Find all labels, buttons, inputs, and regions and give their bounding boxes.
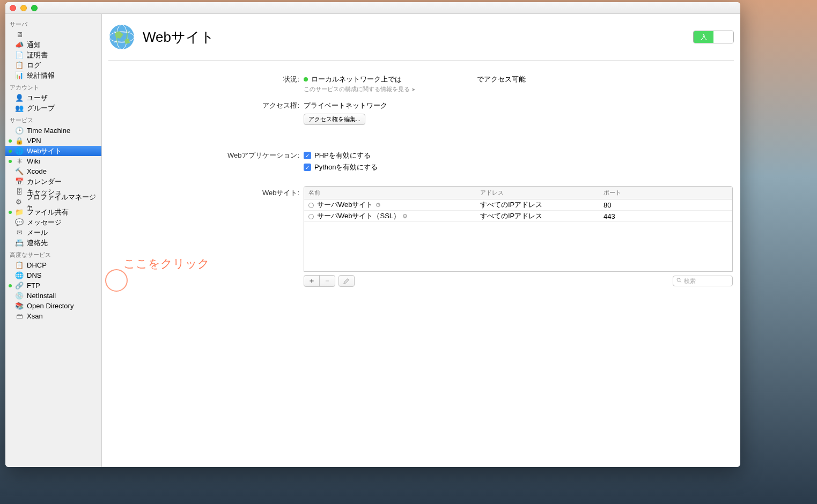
- sidebar-item-label: メッセージ: [27, 218, 62, 227]
- sidebar-item-user[interactable]: 👤ユーザ: [5, 93, 101, 103]
- sidebar-item-netinstall[interactable]: 💿NetInstall: [5, 291, 101, 301]
- sidebar-item-label: Wiki: [27, 157, 40, 165]
- sidebar-item-label: DHCP: [27, 261, 47, 269]
- server-app-window: サーバ 🖥 📣通知📄証明書📋ログ📊統計情報 アカウント 👤ユーザ👥グループ サー…: [5, 2, 740, 467]
- status-label: 状況:: [108, 75, 304, 84]
- sidebar-item-label: ファイル共有: [27, 207, 69, 217]
- sidebar-item-stats[interactable]: 📊統計情報: [5, 70, 101, 80]
- webapp-label: Webアプリケーション:: [108, 151, 304, 160]
- sidebar-item-label: カレンダー: [27, 177, 62, 187]
- status-dot-icon: [9, 160, 12, 163]
- sidebar-item-label: Open Directory: [27, 302, 73, 310]
- svg-point-3: [677, 278, 680, 281]
- python-checkbox[interactable]: ✓: [304, 164, 311, 171]
- sidebar-item-label: 通知: [27, 40, 41, 50]
- add-button[interactable]: ＋: [304, 275, 320, 287]
- config-info-link[interactable]: このサービスの構成に関する情報を見る ➤: [304, 85, 734, 93]
- titlebar[interactable]: [5, 2, 740, 14]
- sidebar: サーバ 🖥 📣通知📄証明書📋ログ📊統計情報 アカウント 👤ユーザ👥グループ サー…: [5, 14, 102, 467]
- section-header: サービス: [5, 113, 101, 125]
- netinstall-icon: 💿: [15, 292, 24, 300]
- maximize-button[interactable]: [31, 5, 38, 11]
- sidebar-item-wiki[interactable]: ✳Wiki: [5, 156, 101, 166]
- column-name[interactable]: 名前: [304, 187, 476, 199]
- annotation-circle: [105, 269, 128, 292]
- megaphone-icon: 📣: [15, 41, 24, 49]
- sidebar-item-label: NetInstall: [27, 292, 56, 300]
- sidebar-item-label: Xcode: [27, 167, 47, 175]
- sidebar-item-dns[interactable]: 🌐DNS: [5, 270, 101, 280]
- sidebar-item-fileshare[interactable]: 📁ファイル共有: [5, 207, 101, 217]
- contacts-icon: 📇: [15, 239, 24, 247]
- traffic-lights: [10, 5, 38, 11]
- sidebar-item-globe[interactable]: 🌐Webサイト: [5, 146, 101, 156]
- msg-icon: 💬: [15, 218, 24, 227]
- window-body: サーバ 🖥 📣通知📄証明書📋ログ📊統計情報 アカウント 👤ユーザ👥グループ サー…: [5, 14, 740, 467]
- close-button[interactable]: [10, 5, 16, 11]
- sidebar-item-contacts[interactable]: 📇連絡先: [5, 238, 101, 248]
- status-text-2: でアクセス可能: [477, 75, 526, 84]
- php-checkbox[interactable]: ✓: [304, 152, 311, 159]
- content-pane: Webサイト 入 状況: ローカルネットワーク上では で: [102, 14, 740, 467]
- xsan-icon: 🗃: [15, 312, 24, 321]
- table-footer: ＋ － 検索: [304, 272, 733, 290]
- sidebar-item-server-machine[interactable]: 🖥: [5, 29, 101, 40]
- sidebar-item-megaphone[interactable]: 📣通知: [5, 40, 101, 50]
- sidebar-item-cal[interactable]: 📅カレンダー: [5, 176, 101, 187]
- sidebar-item-lock[interactable]: 🔒VPN: [5, 136, 101, 146]
- cell-address: すべてのIPアドレス: [476, 209, 599, 223]
- gear-icon[interactable]: ⚙: [402, 213, 408, 219]
- sidebar-item-log[interactable]: 📋ログ: [5, 60, 101, 70]
- sidebar-item-mail[interactable]: ✉メール: [5, 227, 101, 238]
- globe-icon: 🌐: [15, 147, 24, 155]
- sidebar-item-dhcp[interactable]: 📋DHCP: [5, 260, 101, 270]
- column-port[interactable]: ポート: [599, 187, 732, 199]
- sidebar-item-od[interactable]: 📚Open Directory: [5, 301, 101, 311]
- sidebar-item-label: 連絡先: [27, 238, 48, 248]
- remove-button[interactable]: －: [319, 275, 335, 287]
- sidebar-item-tm[interactable]: 🕒Time Machine: [5, 125, 101, 136]
- fileshare-icon: 📁: [15, 208, 24, 217]
- sidebar-item-xcode[interactable]: 🔨Xcode: [5, 166, 101, 176]
- svg-point-0: [109, 25, 134, 49]
- cert-icon: 📄: [15, 51, 24, 60]
- dhcp-icon: 📋: [15, 261, 24, 270]
- cal-icon: 📅: [15, 177, 24, 186]
- gear-icon[interactable]: ⚙: [376, 202, 381, 208]
- edit-access-button[interactable]: アクセス権を編集...: [304, 114, 365, 125]
- sidebar-item-cert[interactable]: 📄証明書: [5, 50, 101, 60]
- status-dot-icon: [9, 284, 12, 287]
- edit-button[interactable]: [338, 275, 355, 287]
- column-address[interactable]: アドレス: [476, 187, 599, 199]
- minimize-button[interactable]: [20, 5, 27, 11]
- sidebar-item-xsan[interactable]: 🗃Xsan: [5, 311, 101, 321]
- radio-icon[interactable]: [308, 203, 314, 208]
- ftp-icon: 🔗: [15, 281, 24, 290]
- sidebar-item-msg[interactable]: 💬メッセージ: [5, 217, 101, 227]
- sidebar-item-label: ログ: [27, 61, 41, 70]
- page-title: Webサイト: [143, 28, 686, 47]
- section-header: サーバ: [5, 17, 101, 29]
- sidebar-item-label: ユーザ: [27, 93, 48, 103]
- access-value: プライベートネットワーク: [304, 101, 734, 110]
- annotation-text: ここをクリック: [123, 256, 210, 272]
- service-toggle[interactable]: 入: [693, 31, 734, 43]
- toggle-on-label: 入: [694, 31, 713, 43]
- sidebar-item-label: DNS: [27, 271, 41, 279]
- radio-icon[interactable]: [308, 214, 314, 219]
- sidebar-item-group[interactable]: 👥グループ: [5, 103, 101, 113]
- profile-icon: ⚙: [15, 198, 23, 206]
- status-dot-icon: [9, 139, 12, 143]
- table-row[interactable]: サーバWebサイト（SSL）⚙すべてのIPアドレス443: [304, 211, 732, 222]
- lock-icon: 🔒: [15, 137, 24, 145]
- chevron-right-icon: ➤: [411, 87, 416, 92]
- sidebar-item-label: メール: [27, 228, 48, 238]
- wiki-icon: ✳: [15, 157, 24, 166]
- status-text: ローカルネットワーク上では: [311, 75, 402, 84]
- sidebar-item-profile[interactable]: ⚙プロファイルマネージャ: [5, 197, 101, 207]
- search-input[interactable]: 検索: [673, 276, 733, 286]
- sidebar-item-ftp[interactable]: 🔗FTP: [5, 280, 101, 291]
- sidebar-item-label: Webサイト: [27, 146, 62, 156]
- status-dot-icon: [9, 150, 12, 153]
- status-indicator-icon: [304, 77, 308, 81]
